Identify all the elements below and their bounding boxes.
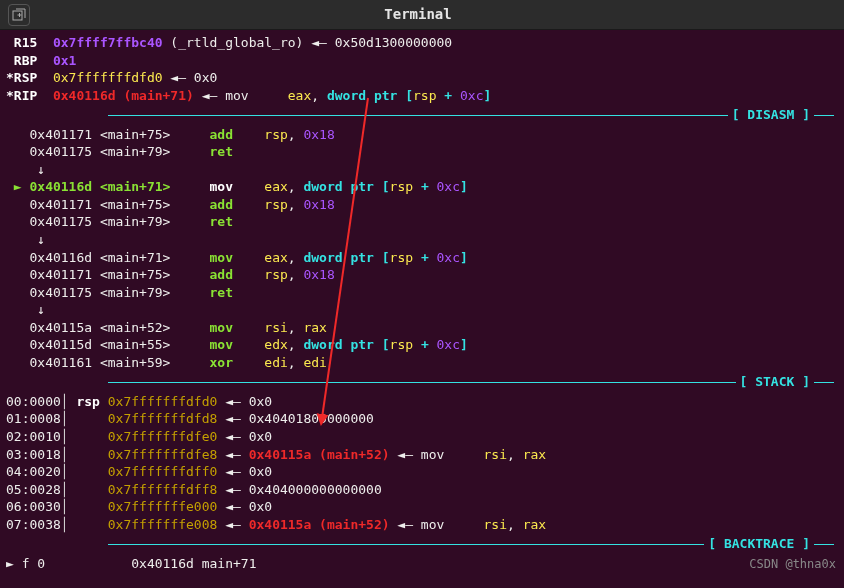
terminal-line: 00:0000│ rsp 0x7fffffffdfd0 ◄— 0x0 — [6, 393, 838, 411]
current-line-marker-icon: ► — [6, 179, 29, 194]
stack-offset: 00:0000 — [6, 394, 61, 409]
stack-offset: 06:0030 — [6, 499, 61, 514]
stack-offset: 01:0008 — [6, 411, 61, 426]
section-stack: [ STACK ] — [6, 373, 838, 391]
terminal-line: ↓ — [6, 231, 838, 249]
new-tab-button[interactable] — [8, 4, 30, 26]
stack-offset: 05:0028 — [6, 482, 61, 497]
stack-addr: 0x7fffffffdff0 — [108, 464, 218, 479]
terminal-line: R15 0x7ffff7ffbc40 (_rtld_global_ro) ◄— … — [6, 34, 838, 52]
terminal-line: 0x401161 <main+59> xor edi, edi — [6, 354, 838, 372]
terminal-line: ► f 0 0x40116d main+71 — [6, 555, 838, 573]
stack-offset: 04:0020 — [6, 464, 61, 479]
vbar: │ — [61, 517, 77, 532]
flow-arrow-icon: ↓ — [6, 162, 45, 177]
backtrace-frame: ► f 0 0x40116d main+71 — [6, 556, 256, 571]
flow-arrow-icon: ↓ — [6, 302, 45, 317]
terminal-line: *RSP 0x7fffffffdfd0 ◄— 0x0 — [6, 69, 838, 87]
title-bar: Terminal — [0, 0, 844, 30]
vbar: │ — [61, 411, 77, 426]
new-tab-icon — [12, 8, 26, 22]
vbar: │ — [61, 394, 77, 409]
flow-arrow-icon: ↓ — [6, 232, 45, 247]
reg-addr: 0x7ffff7ffbc40 — [53, 35, 163, 50]
terminal-line: ► 0x40116d <main+71> mov eax, dword ptr … — [6, 178, 838, 196]
vbar: │ — [61, 464, 77, 479]
terminal-line: 01:0008│ 0x7fffffffdfd8 ◄— 0x40401800000… — [6, 410, 838, 428]
vbar: │ — [61, 429, 77, 444]
terminal-line: 0x401171 <main+75> add rsp, 0x18 — [6, 126, 838, 144]
terminal-line: 06:0030│ 0x7fffffffe000 ◄— 0x0 — [6, 498, 838, 516]
vbar: │ — [61, 447, 77, 462]
window-title: Terminal — [30, 5, 836, 24]
stack-offset: 07:0038 — [6, 517, 61, 532]
stack-addr: 0x7fffffffdff8 — [108, 482, 218, 497]
terminal-line: 03:0018│ 0x7fffffffdfe8 ◄— 0x40115a (mai… — [6, 446, 838, 464]
watermark: CSDN @thna0x — [749, 556, 836, 572]
terminal-line: 05:0028│ 0x7fffffffdff8 ◄— 0x40400000000… — [6, 481, 838, 499]
vbar: │ — [61, 482, 77, 497]
terminal-output[interactable]: R15 0x7ffff7ffbc40 (_rtld_global_ro) ◄— … — [0, 30, 844, 572]
terminal-line: RBP 0x1 — [6, 52, 838, 70]
terminal-line: ↓ — [6, 301, 838, 319]
stack-addr: 0x7fffffffe008 — [108, 517, 218, 532]
reg-name: *RSP — [6, 70, 53, 85]
terminal-line: *RIP 0x40116d (main+71) ◄— mov eax, dwor… — [6, 87, 838, 105]
reg-name: R15 — [6, 35, 53, 50]
reg-name: RBP — [6, 53, 53, 68]
stack-addr: 0x7fffffffdfd8 — [108, 411, 218, 426]
stack-offset: 02:0010 — [6, 429, 61, 444]
stack-addr: 0x7fffffffdfe8 — [108, 447, 218, 462]
stack-addr: 0x7fffffffe000 — [108, 499, 218, 514]
stack-addr: 0x7fffffffdfe0 — [108, 429, 218, 444]
terminal-line: 0x401171 <main+75> add rsp, 0x18 — [6, 266, 838, 284]
vbar: │ — [61, 499, 77, 514]
terminal-line: 0x40115d <main+55> mov edx, dword ptr [r… — [6, 336, 838, 354]
terminal-line: 0x401171 <main+75> add rsp, 0x18 — [6, 196, 838, 214]
stack-offset: 03:0018 — [6, 447, 61, 462]
terminal-line: 0x40116d <main+71> mov eax, dword ptr [r… — [6, 249, 838, 267]
terminal-line: 0x401175 <main+79> ret — [6, 284, 838, 302]
terminal-line: ↓ — [6, 161, 838, 179]
terminal-line: 07:0038│ 0x7fffffffe008 ◄— 0x40115a (mai… — [6, 516, 838, 534]
terminal-line: 02:0010│ 0x7fffffffdfe0 ◄— 0x0 — [6, 428, 838, 446]
section-disasm: [ DISASM ] — [6, 106, 838, 124]
section-backtrace: [ BACKTRACE ] — [6, 535, 838, 553]
terminal-line: 04:0020│ 0x7fffffffdff0 ◄— 0x0 — [6, 463, 838, 481]
terminal-line: 0x401175 <main+79> ret — [6, 143, 838, 161]
stack-addr: 0x7fffffffdfd0 — [108, 394, 218, 409]
terminal-line: 0x40115a <main+52> mov rsi, rax — [6, 319, 838, 337]
terminal-line: 0x401175 <main+79> ret — [6, 213, 838, 231]
reg-name: *RIP — [6, 88, 53, 103]
